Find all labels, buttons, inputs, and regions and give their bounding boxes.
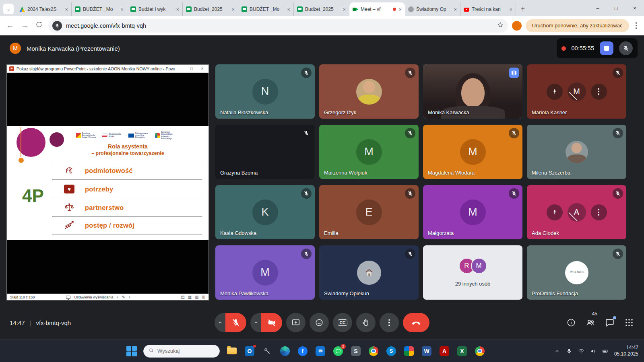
taskbar-clock[interactable]: 14:47 05.10.2025 [614, 345, 638, 357]
participant-tile-monika-p[interactable]: M Monika Pawlikowska [215, 245, 315, 300]
facebook-icon[interactable]: f [297, 346, 308, 357]
participant-tile-emilia[interactable]: E Emilia [319, 185, 419, 239]
stop-recording-button[interactable] [600, 41, 613, 55]
tab-close-icon[interactable]: × [231, 6, 235, 12]
tab-close-icon[interactable]: × [176, 6, 179, 12]
participant-tile-grazyna[interactable]: Grażyna Bzoma [215, 125, 315, 179]
word-icon[interactable]: W [421, 346, 432, 357]
next-slide-button[interactable]: › [129, 295, 130, 299]
tab-meet-active[interactable]: Meet – vf × [349, 2, 405, 16]
participant-tile-others[interactable]: R M 29 innych osób [423, 245, 522, 300]
display-settings-label[interactable]: Ustawienia wyświetlania [74, 295, 113, 299]
tab-sheet-2[interactable]: Budżet i wyk × [127, 2, 183, 16]
participant-tile-proomnis[interactable]: Pro Omnis ProOmnis Fundacja [527, 245, 626, 300]
participant-tile-magdalena[interactable]: M Magdalena Włodara [423, 125, 522, 179]
ppt-maximize-button[interactable]: □ [188, 66, 196, 71]
refresh-button[interactable] [34, 21, 44, 30]
tab-sheet-4[interactable]: BUDŻET _Mo × [238, 2, 294, 16]
more-options-button[interactable] [591, 204, 607, 220]
edge-icon[interactable] [279, 346, 291, 357]
participant-tile-swiadomy[interactable]: Swiadomy Opiekun [319, 245, 419, 300]
window-maximize-button[interactable]: □ [607, 0, 625, 16]
file-explorer-icon[interactable] [226, 346, 237, 357]
view-normal-button[interactable]: ▤ [181, 295, 184, 299]
camera-options-chevron[interactable] [250, 313, 261, 332]
skype-icon[interactable]: S [386, 346, 397, 357]
pin-button[interactable] [547, 84, 563, 100]
chrome-icon-2[interactable] [474, 346, 485, 357]
view-slideshow-button[interactable]: ⊞ [202, 295, 205, 299]
camera-toggle-button[interactable] [261, 313, 282, 332]
extension-icon[interactable] [512, 21, 522, 31]
view-grid-button[interactable]: ▦ [188, 295, 192, 299]
participant-tile-ada[interactable]: A Ada Glodek [527, 185, 626, 239]
new-tab-button[interactable]: + [518, 4, 528, 14]
tray-volume-icon[interactable] [590, 348, 597, 354]
tray-chevron-icon[interactable] [554, 348, 561, 354]
meeting-details-button[interactable] [566, 317, 576, 328]
more-options-button[interactable] [380, 313, 399, 332]
acrobat-icon[interactable]: A [439, 346, 450, 357]
bookmark-star-icon[interactable] [497, 21, 504, 30]
more-options-button[interactable] [591, 84, 607, 100]
outlook-icon[interactable]: O [244, 346, 255, 357]
participant-tile-milena[interactable]: Milena Szczerba [527, 125, 626, 179]
tab-close-icon[interactable]: × [509, 6, 512, 12]
reactions-button[interactable] [310, 313, 329, 332]
mic-toggle-button[interactable] [225, 313, 246, 332]
participant-tile-marzenna[interactable]: M Marzenna Wołpiuk [319, 125, 419, 179]
tab-drive[interactable]: 2024 Tales2S × [16, 2, 72, 16]
participant-tile-mariola[interactable]: M Mariola Kasner [527, 64, 626, 119]
start-button[interactable] [126, 346, 137, 356]
search-input[interactable] [157, 348, 210, 354]
tab-sheet-3[interactable]: Budżet_2025 × [183, 2, 238, 16]
whatsapp-icon[interactable]: 2 [332, 346, 344, 357]
powerpoint-window[interactable]: P Pokaz slajdów programu PowerPoint - sz… [6, 64, 209, 300]
ppt-close-button[interactable]: × [198, 66, 206, 71]
window-close-button[interactable]: × [625, 0, 644, 16]
participant-tile-natalia[interactable]: N Natalia Błaszkowska [215, 64, 315, 119]
taskbar-search[interactable] [143, 345, 220, 358]
tab-close-icon[interactable]: × [398, 6, 402, 12]
pin-button[interactable] [547, 204, 563, 220]
forward-button[interactable]: → [19, 21, 30, 30]
chat-button[interactable] [605, 317, 615, 328]
end-call-button[interactable] [403, 313, 429, 332]
photos-icon[interactable] [403, 346, 415, 357]
view-reading-button[interactable]: ▥ [195, 295, 198, 299]
activities-button[interactable] [624, 317, 634, 328]
back-button[interactable]: ← [5, 21, 15, 30]
participant-tile-monika-active[interactable]: Monika Karwacka [423, 64, 522, 119]
tab-close-icon[interactable]: × [343, 6, 346, 12]
tray-wifi-icon[interactable] [578, 348, 585, 354]
relaunch-to-update-button[interactable]: Uruchom ponownie, aby zaktualizować [526, 19, 629, 32]
participant-tile-kasia[interactable]: K Kasia Gdowska [215, 185, 315, 239]
mic-options-chevron[interactable] [215, 313, 225, 332]
tray-battery-icon[interactable] [602, 348, 609, 354]
tab-search-button[interactable]: ⌄ [3, 4, 14, 14]
previous-slide-button[interactable]: ‹ [117, 295, 118, 299]
mail-icon[interactable]: ✉ [315, 346, 326, 357]
tab-sheet-5[interactable]: Budżet_2025 × [294, 2, 349, 16]
tab-youtube[interactable]: Treści na kan × [460, 2, 516, 16]
pen-tool-button[interactable]: ✎ [122, 295, 125, 299]
raise-hand-button[interactable] [356, 313, 376, 332]
tab-close-icon[interactable]: × [120, 6, 124, 12]
tab-close-icon[interactable]: × [287, 6, 290, 12]
window-minimize-button[interactable]: – [588, 0, 607, 16]
captions-button[interactable]: CC [333, 313, 352, 332]
ppt-minimize-button[interactable]: – [178, 66, 186, 71]
address-bar[interactable]: meet.google.com/vfx-bmtq-vqh [48, 19, 508, 33]
header-mic-muted-button[interactable] [619, 41, 633, 55]
chrome-icon[interactable] [368, 346, 379, 357]
participant-tile-malgorzata[interactable]: M Małgorzata [423, 185, 522, 239]
tray-mic-icon[interactable] [566, 348, 573, 354]
people-button[interactable]: 45 [585, 317, 596, 328]
participant-tile-grzegorz[interactable]: Grzegorz Iżyk [319, 64, 419, 119]
excel-icon[interactable]: X [456, 346, 468, 357]
tab-close-icon[interactable]: × [454, 6, 457, 12]
key-icon[interactable] [262, 346, 273, 357]
tab-close-icon[interactable]: × [65, 6, 68, 12]
app-icon[interactable]: S [350, 346, 361, 357]
browser-menu-button[interactable] [633, 22, 640, 29]
